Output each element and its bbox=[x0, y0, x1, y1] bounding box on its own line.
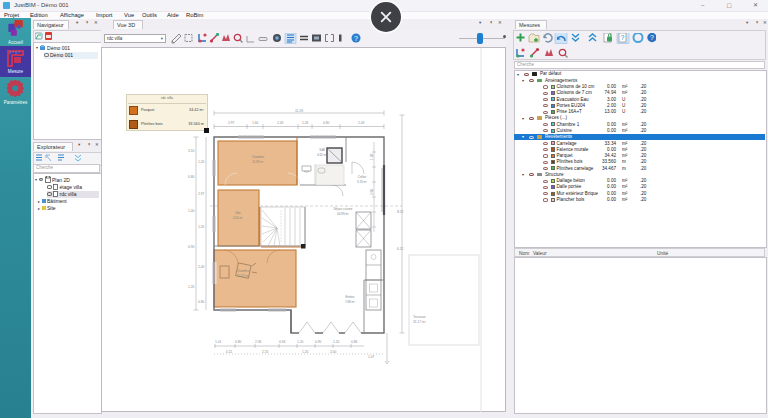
svg-text:?: ? bbox=[621, 34, 625, 41]
svg-text:2.36: 2.36 bbox=[255, 340, 262, 344]
svg-text:3.10: 3.10 bbox=[188, 149, 195, 153]
svg-text:1.20: 1.20 bbox=[188, 285, 195, 289]
svg-text:6.12: 6.12 bbox=[397, 247, 404, 251]
svg-text:0.86: 0.86 bbox=[351, 340, 358, 344]
svg-text:7.68 m²: 7.68 m² bbox=[345, 300, 355, 304]
svg-text:0.94: 0.94 bbox=[279, 340, 286, 344]
svg-text:2.97: 2.97 bbox=[228, 121, 235, 125]
svg-text:1.20: 1.20 bbox=[302, 350, 309, 354]
svg-text:3.74 m²: 3.74 m² bbox=[357, 180, 367, 184]
svg-text:1.20: 1.20 bbox=[198, 225, 205, 229]
svg-text:2.00: 2.00 bbox=[330, 350, 337, 354]
svg-text:0.11: 0.11 bbox=[226, 350, 232, 354]
svg-text:Terrasse: Terrasse bbox=[413, 315, 426, 319]
svg-text:1.07: 1.07 bbox=[368, 355, 375, 359]
svg-text:40.89 m²: 40.89 m² bbox=[337, 212, 349, 216]
svg-text:Séjour cuisine: Séjour cuisine bbox=[334, 207, 353, 211]
svg-text:2.55: 2.55 bbox=[262, 350, 269, 354]
svg-text:0.80: 0.80 bbox=[323, 121, 330, 125]
svg-text:1.20: 1.20 bbox=[198, 160, 205, 164]
svg-text:1.20: 1.20 bbox=[333, 340, 340, 344]
svg-text:2.05: 2.05 bbox=[370, 189, 374, 195]
svg-text:0.80: 0.80 bbox=[188, 175, 195, 179]
svg-text:31.17 m²: 31.17 m² bbox=[413, 320, 427, 324]
svg-text:0.80: 0.80 bbox=[235, 340, 242, 344]
svg-text:4.50 m²: 4.50 m² bbox=[233, 216, 243, 220]
svg-text:Chambre: Chambre bbox=[237, 269, 250, 273]
svg-text:?: ? bbox=[354, 35, 358, 42]
svg-text:1.00: 1.00 bbox=[188, 209, 195, 213]
svg-text:0.90: 0.90 bbox=[315, 340, 322, 344]
svg-text:8.52: 8.52 bbox=[397, 210, 404, 214]
svg-text:SdB: SdB bbox=[319, 148, 325, 152]
svg-text:Entrée: Entrée bbox=[346, 295, 355, 299]
svg-text:1.20: 1.20 bbox=[370, 154, 374, 160]
svg-text:11.28: 11.28 bbox=[295, 109, 303, 113]
svg-text:1.01: 1.01 bbox=[215, 340, 222, 344]
svg-text:4.62 m²: 4.62 m² bbox=[317, 153, 327, 157]
svg-text:Cellier: Cellier bbox=[358, 175, 367, 179]
svg-text:1.20: 1.20 bbox=[297, 340, 304, 344]
svg-text:0.80: 0.80 bbox=[198, 300, 205, 304]
svg-text:?: ? bbox=[650, 34, 654, 41]
svg-text:2.43: 2.43 bbox=[277, 121, 284, 125]
svg-text:2.43: 2.43 bbox=[358, 121, 365, 125]
svg-text:11.89 m²: 11.89 m² bbox=[252, 160, 264, 164]
svg-text:2.40: 2.40 bbox=[198, 265, 205, 269]
svg-text:Chambre: Chambre bbox=[252, 155, 265, 159]
svg-text:12.47 m²: 12.47 m² bbox=[237, 274, 249, 278]
svg-text:1.60: 1.60 bbox=[252, 121, 259, 125]
svg-text:0.90: 0.90 bbox=[188, 245, 195, 249]
svg-text:1.26: 1.26 bbox=[302, 121, 309, 125]
svg-text:Sde: Sde bbox=[235, 211, 241, 215]
svg-text:2.97: 2.97 bbox=[198, 192, 205, 196]
